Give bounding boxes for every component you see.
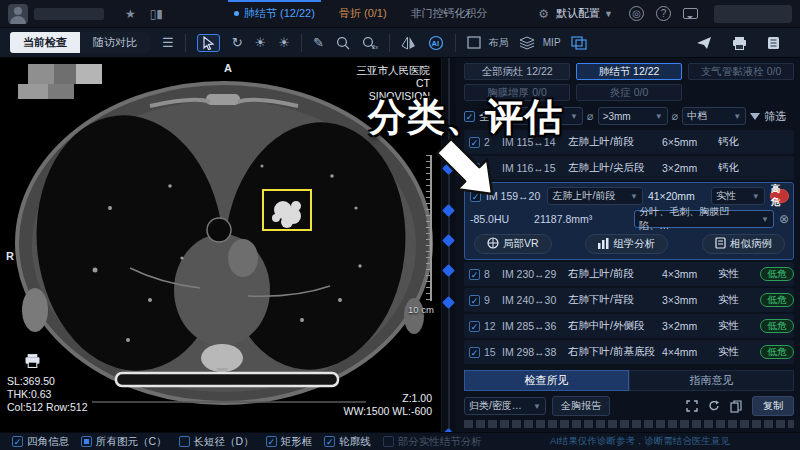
nodule-marker-icon[interactable]	[442, 296, 455, 309]
display-option[interactable]: 长短径（D）	[179, 435, 254, 449]
film-grid-icon[interactable]	[571, 36, 587, 50]
mpr-stack-icon[interactable]	[519, 36, 535, 50]
refresh-icon[interactable]	[708, 400, 720, 412]
row-checkbox[interactable]	[469, 347, 480, 358]
row-checkbox[interactable]	[469, 321, 480, 332]
option-checkbox[interactable]	[266, 436, 277, 447]
list-icon[interactable]: ☰	[162, 35, 174, 50]
report-tab[interactable]: 检查所见	[464, 370, 629, 391]
bottom-options-bar: 四角信息所有图元（C）长短径（D）矩形框轮廓线部分实性结节分析 AI结果仅作诊断…	[0, 432, 800, 450]
orientation-anterior: A	[224, 62, 232, 74]
similar-case-icon	[715, 237, 726, 251]
lesion-row[interactable]: 12IM 285↔36右肺中叶/外侧段3×2mm实性低危	[464, 314, 794, 338]
expand-icon[interactable]	[686, 400, 698, 412]
magnifier-icon[interactable]	[336, 36, 350, 50]
lesion-category-tab[interactable]: 炎症 0/0	[576, 84, 682, 101]
option-checkbox[interactable]	[383, 436, 394, 447]
display-option[interactable]: 四角信息	[12, 435, 69, 449]
display-option[interactable]: 所有图元（C）	[81, 435, 167, 449]
print-icon[interactable]	[732, 36, 747, 50]
exam-tab-label: 非门控钙化积分	[411, 6, 488, 21]
magnifier-2x-icon[interactable]: 2x	[362, 36, 378, 50]
gear-icon[interactable]: ⚙	[538, 7, 549, 21]
similar-cases-button[interactable]: 相似病例	[702, 234, 785, 254]
chat-icon[interactable]	[683, 8, 698, 19]
lesion-size: 3×3mm	[662, 294, 716, 306]
copy-icon[interactable]	[730, 400, 742, 413]
report-icon[interactable]	[767, 36, 780, 50]
lesion-row[interactable]: 9IM 240↔30左肺下叶/背段3×3mm实性低危	[464, 288, 794, 312]
contrast-icon[interactable]: ☀	[278, 35, 290, 50]
signs-dropdown[interactable]: 分叶、毛刺、胸膜凹陷、…▼	[634, 210, 774, 228]
flip-icon[interactable]	[401, 36, 416, 50]
local-vr-button[interactable]: 局部VR	[474, 234, 552, 254]
layout-label[interactable]: 布局	[489, 36, 509, 50]
hospital-name: 三亚市人民医院	[357, 64, 431, 77]
measure-icon[interactable]: ✎	[313, 35, 324, 50]
panel-toggle-icon[interactable]: ▯▮	[150, 7, 163, 21]
funnel-icon	[750, 113, 760, 125]
option-checkbox[interactable]	[12, 436, 23, 447]
display-option[interactable]: 部分实性结节分析	[383, 435, 482, 449]
lesion-category-tab[interactable]: 肺结节 12/22	[576, 63, 682, 80]
config-dropdown[interactable]: 默认配置 ▼	[556, 6, 613, 21]
display-option[interactable]: 轮廓线	[324, 435, 371, 449]
location-dropdown[interactable]: 左肺上叶/前段▼	[547, 187, 642, 205]
lesion-location: 左肺下叶/背段	[568, 293, 660, 307]
current-exam-button[interactable]: 当前检查	[10, 32, 80, 53]
row-checkbox[interactable]	[469, 269, 480, 280]
lesion-row[interactable]: 15IM 298↔38右肺下叶/前基底段4×4mm实性低危	[464, 340, 794, 364]
star-icon[interactable]: ★	[125, 7, 136, 21]
nodule-marker-icon[interactable]	[442, 234, 455, 247]
layout-icon[interactable]	[467, 36, 481, 49]
copy-button[interactable]: 复制	[752, 396, 794, 416]
ai-tool-icon[interactable]: AI	[428, 35, 444, 51]
radiomics-button[interactable]: 组学分析	[585, 234, 668, 254]
svg-text:AI: AI	[431, 39, 439, 48]
report-sort-dropdown[interactable]: 归类/密度…▼	[464, 397, 546, 415]
lesion-number: 8	[484, 268, 500, 280]
orientation-right: R	[6, 250, 14, 262]
chevron-down-icon: ▼	[566, 112, 578, 121]
chevron-down-icon: ▼	[651, 112, 663, 121]
mip-label[interactable]: MIP	[543, 37, 561, 48]
chevron-down-icon: ▼	[626, 192, 638, 201]
report-toolbar: 归类/密度…▼ 全胸报告 复制	[464, 396, 794, 416]
reset-rotate-icon[interactable]: ↻	[232, 35, 243, 50]
globe-icon[interactable]: ◎	[629, 6, 644, 21]
row-checkbox[interactable]	[469, 295, 480, 306]
avatar[interactable]	[8, 4, 28, 24]
size-filter-dropdown[interactable]: >3mm▼	[598, 107, 668, 125]
display-option[interactable]: 矩形框	[266, 435, 313, 449]
slice-info-line: Col:512 Row:512	[7, 401, 88, 414]
help-icon[interactable]: ?	[656, 6, 671, 21]
report-tab[interactable]: 指南意见	[629, 370, 794, 391]
option-checkbox[interactable]	[324, 436, 335, 447]
option-label: 四角信息	[27, 435, 69, 449]
lesion-category-tab[interactable]: 全部病灶 12/22	[464, 63, 570, 80]
density-dropdown[interactable]: 实性▼	[711, 187, 765, 205]
lesion-number: 15	[484, 346, 500, 358]
exam-tab[interactable]: 非门控钙化积分	[399, 0, 500, 28]
nodule-marker-icon[interactable]	[442, 264, 455, 277]
filter-button[interactable]: 筛选	[764, 109, 786, 124]
brightness-icon[interactable]: ☀	[255, 35, 267, 50]
followup-compare-button[interactable]: 随访对比	[80, 32, 150, 53]
print-overlay-icon[interactable]	[24, 353, 41, 370]
dismiss-icon[interactable]: ⊗	[779, 212, 789, 226]
exam-tab[interactable]: 骨折 (0/1)	[327, 0, 399, 28]
vr-icon	[487, 237, 499, 251]
chevron-down-icon: ▼	[729, 112, 741, 121]
lesion-category-tab[interactable]: 支气管黏液栓 0/0	[688, 63, 794, 80]
option-checkbox[interactable]	[81, 436, 92, 447]
lesion-row[interactable]: 8IM 230↔29右肺上叶/前段4×3mm实性低危	[464, 262, 794, 286]
send-icon[interactable]	[696, 36, 712, 50]
full-chest-report-button[interactable]: 全胸报告	[552, 396, 610, 416]
option-checkbox[interactable]	[179, 436, 190, 447]
density-dropdown-value: 实性	[716, 189, 736, 203]
cursor-tool-icon[interactable]	[197, 34, 220, 52]
lesion-im: IM 230↔29	[502, 268, 566, 280]
grade-filter-dropdown[interactable]: 中档▼	[682, 107, 746, 125]
lesion-size: 3×2mm	[662, 320, 716, 332]
exam-tab[interactable]: 肺结节 (12/22)	[222, 0, 327, 28]
